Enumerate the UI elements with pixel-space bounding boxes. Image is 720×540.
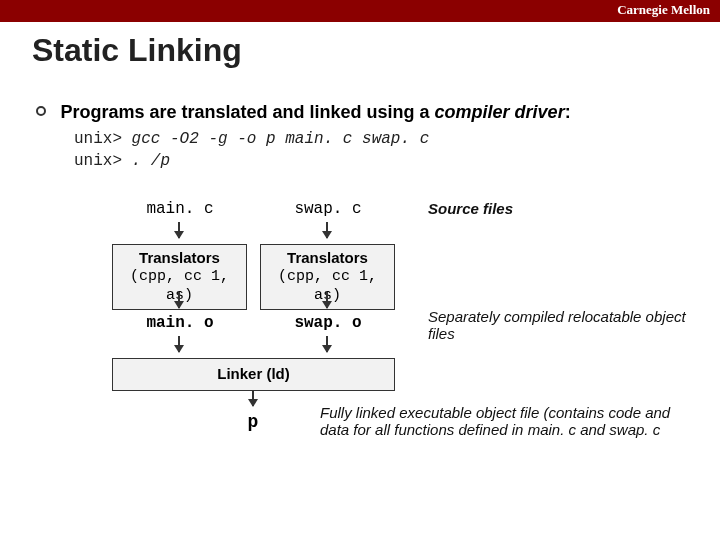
linker-label: Linker (ld) xyxy=(217,365,290,382)
linker-box: Linker (ld) xyxy=(112,358,395,391)
slide-title: Static Linking xyxy=(32,32,242,69)
object-file-main: main. o xyxy=(130,314,230,332)
translator-head: Translators xyxy=(115,249,244,268)
source-file-swap: swap. c xyxy=(278,200,378,218)
bullet-text: Programs are translated and linked using… xyxy=(60,102,570,122)
executable-p: p xyxy=(238,412,268,432)
header-bar xyxy=(0,0,720,22)
annotation-executable: Fully linked executable object file (con… xyxy=(320,404,690,438)
annotation-object-files: Separately compiled relocatable object f… xyxy=(428,308,688,342)
source-file-main: main. c xyxy=(130,200,230,218)
arrow-icon xyxy=(178,222,180,238)
arrow-icon xyxy=(178,336,180,352)
bullet-icon xyxy=(36,106,46,116)
arrow-icon xyxy=(326,292,328,308)
brand-label: Carnegie Mellon xyxy=(617,2,710,18)
arrow-icon xyxy=(326,336,328,352)
bullet-line: Programs are translated and linked using… xyxy=(36,102,700,123)
arrow-icon xyxy=(178,292,180,308)
object-file-swap: swap. o xyxy=(278,314,378,332)
annotation-source-files: Source files xyxy=(428,200,598,217)
arrow-icon xyxy=(326,222,328,238)
translator-head: Translators xyxy=(263,249,392,268)
code-block: unix> gcc -O2 -g -o p main. c swap. c un… xyxy=(74,128,429,173)
arrow-icon xyxy=(252,390,254,406)
